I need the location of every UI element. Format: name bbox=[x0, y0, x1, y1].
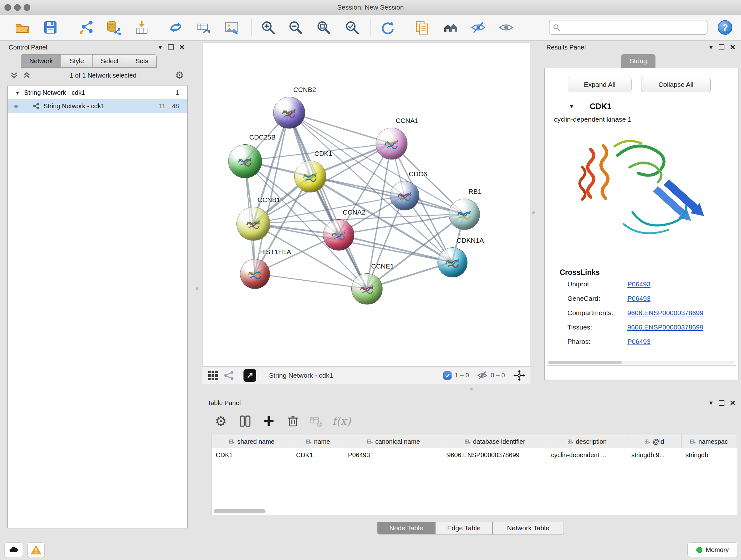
float-panel-icon[interactable] bbox=[168, 44, 174, 50]
clone-network-icon[interactable] bbox=[414, 19, 430, 36]
float-panel-icon[interactable] bbox=[719, 400, 724, 406]
zoom-in-icon[interactable] bbox=[260, 19, 276, 36]
table-cell[interactable]: stringdb:9... bbox=[627, 448, 682, 462]
node-CDC25B[interactable] bbox=[228, 144, 262, 178]
table-cell[interactable]: CDK1 bbox=[292, 448, 344, 462]
show-hide-icon[interactable] bbox=[470, 19, 487, 36]
zoom-out-icon[interactable] bbox=[287, 19, 304, 36]
export-table-icon[interactable] bbox=[195, 19, 212, 36]
splitter-handle[interactable] bbox=[470, 388, 473, 390]
node-RB1[interactable] bbox=[449, 199, 480, 230]
expand-all-tree-icon[interactable] bbox=[10, 71, 18, 79]
search-box[interactable] bbox=[549, 20, 708, 35]
splitter-handle[interactable] bbox=[196, 287, 199, 290]
node-CCNA1[interactable] bbox=[376, 128, 408, 160]
tab-network-table[interactable]: Network Table bbox=[492, 522, 564, 535]
edge-HIST1H1A-CCNE1[interactable] bbox=[255, 273, 367, 289]
edge-CCNB2-CCNE1[interactable] bbox=[289, 112, 367, 289]
refresh-icon[interactable] bbox=[379, 19, 395, 36]
column-header--id[interactable]: @id bbox=[627, 435, 682, 448]
collapse-panel-icon[interactable]: ▾ bbox=[710, 399, 713, 407]
table-settings-gear-icon[interactable]: ⚙ bbox=[215, 414, 227, 429]
node-CDC6[interactable] bbox=[390, 181, 419, 210]
zoom-selected-icon[interactable] bbox=[344, 19, 360, 36]
column-header-description[interactable]: description bbox=[547, 435, 628, 448]
node-CCNA2[interactable] bbox=[323, 219, 354, 251]
table-cell[interactable]: cyclin-dependent ... bbox=[547, 448, 628, 462]
tab-edge-table[interactable]: Edge Table bbox=[435, 522, 492, 535]
network-from-table-icon[interactable] bbox=[167, 19, 184, 36]
import-table-icon[interactable] bbox=[133, 19, 150, 36]
network-canvas[interactable]: CCNB2 CCNA1 CDC25B CDK1 CDC6 RB1 CCNB1 C… bbox=[202, 43, 530, 367]
float-panel-icon[interactable] bbox=[719, 44, 724, 50]
zoom-fit-icon[interactable] bbox=[315, 19, 332, 36]
column-header-name[interactable]: name bbox=[292, 435, 344, 448]
birds-eye-view-icon[interactable] bbox=[513, 369, 525, 381]
warning-icon[interactable] bbox=[27, 543, 45, 557]
node-CCNE1[interactable] bbox=[351, 273, 383, 305]
table-horizontal-scrollbar[interactable] bbox=[214, 509, 266, 513]
tab-string[interactable]: String bbox=[621, 54, 656, 68]
node-CCNB1[interactable] bbox=[237, 207, 270, 241]
selected-nodes-checkbox[interactable] bbox=[443, 371, 452, 380]
close-panel-icon[interactable]: × bbox=[730, 398, 735, 408]
crosslink-link[interactable]: P06493 bbox=[627, 280, 650, 288]
network-share-icon[interactable] bbox=[223, 370, 234, 381]
save-session-icon[interactable] bbox=[42, 19, 59, 36]
hidden-elements-icon[interactable] bbox=[477, 370, 488, 381]
home-icon[interactable] bbox=[442, 19, 459, 36]
grid-view-icon[interactable] bbox=[207, 370, 218, 381]
protein-section-header[interactable]: ▾ CDK1 bbox=[547, 99, 736, 114]
tab-sets[interactable]: Sets bbox=[127, 54, 157, 68]
table-cell[interactable]: CDK1 bbox=[212, 448, 292, 462]
scrollbar-thumb[interactable] bbox=[548, 361, 622, 364]
annotation-mode-icon[interactable] bbox=[244, 369, 256, 382]
crosslink-link[interactable]: 9606.ENSP00000378699 bbox=[627, 323, 703, 331]
gear-icon[interactable]: ⚙ bbox=[175, 71, 184, 80]
table-cell[interactable]: 9606.ENSP00000378699 bbox=[443, 448, 547, 462]
add-column-icon[interactable] bbox=[262, 415, 275, 428]
tab-style[interactable]: Style bbox=[61, 54, 92, 68]
expand-all-button[interactable]: Expand All bbox=[568, 77, 631, 92]
splitter-handle[interactable] bbox=[532, 211, 535, 214]
node-CDKN1A[interactable] bbox=[437, 247, 468, 277]
crosslink-link[interactable]: P06493 bbox=[627, 295, 650, 302]
table-row[interactable]: CDK1CDK1P064939606.ENSP00000378699cyclin… bbox=[212, 448, 737, 462]
results-horizontal-scrollbar[interactable] bbox=[548, 361, 735, 364]
show-columns-icon[interactable] bbox=[238, 414, 252, 428]
collapse-panel-icon[interactable]: ▾ bbox=[158, 44, 162, 51]
node-CDK1[interactable] bbox=[294, 161, 326, 192]
cloud-icon[interactable] bbox=[4, 543, 23, 557]
crosslink-link[interactable]: P06493 bbox=[627, 338, 650, 346]
column-header-shared-name[interactable]: shared name bbox=[212, 435, 292, 448]
close-panel-icon[interactable]: × bbox=[730, 43, 735, 52]
tab-network[interactable]: Network bbox=[21, 54, 61, 68]
help-icon[interactable]: ? bbox=[717, 19, 733, 36]
import-network-file-icon[interactable] bbox=[78, 19, 95, 36]
search-input[interactable] bbox=[563, 23, 704, 31]
export-image-icon[interactable] bbox=[223, 19, 240, 36]
column-header-canonical-name[interactable]: canonical name bbox=[344, 435, 443, 448]
collapse-all-tree-icon[interactable] bbox=[23, 71, 31, 79]
node-HIST1H1A[interactable] bbox=[240, 259, 270, 289]
delete-column-trash-icon[interactable] bbox=[286, 414, 300, 428]
collapse-all-button[interactable]: Collapse All bbox=[641, 77, 711, 92]
tab-select[interactable]: Select bbox=[92, 54, 127, 68]
table-cell[interactable]: P06493 bbox=[344, 448, 444, 462]
crosslink-link[interactable]: 9606.ENSP00000378699 bbox=[627, 309, 703, 317]
tab-node-table[interactable]: Node Table bbox=[377, 522, 435, 535]
import-network-database-icon[interactable] bbox=[105, 19, 122, 36]
collapse-panel-icon[interactable]: ▾ bbox=[710, 44, 713, 51]
table-cell[interactable]: stringdb bbox=[682, 448, 737, 462]
close-panel-icon[interactable]: × bbox=[179, 43, 185, 52]
memory-button[interactable]: Memory bbox=[687, 543, 738, 557]
network-tree-root-row[interactable]: ▾ String Network - cdk1 1 bbox=[8, 86, 187, 99]
eye-icon[interactable] bbox=[498, 19, 515, 36]
open-session-icon[interactable] bbox=[14, 19, 30, 36]
column-header-namespac[interactable]: namespac bbox=[682, 435, 737, 448]
column-header-database-identifier[interactable]: database identifier bbox=[443, 435, 547, 448]
tree-expander-icon[interactable]: ▾ bbox=[16, 89, 19, 96]
node-CCNB2[interactable] bbox=[273, 97, 305, 129]
network-tree-item-row[interactable]: ● String Network - cdk1 11 48 bbox=[8, 99, 187, 113]
section-expander-icon[interactable]: ▾ bbox=[570, 103, 573, 110]
